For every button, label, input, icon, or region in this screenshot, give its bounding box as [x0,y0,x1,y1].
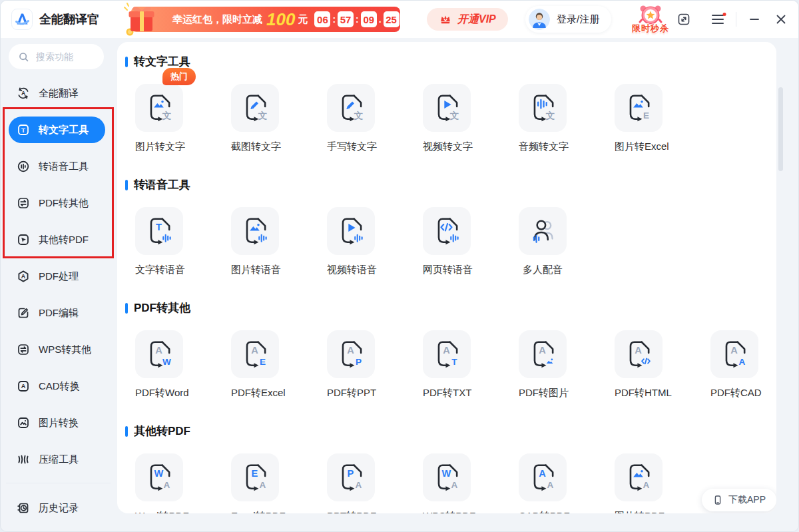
tool-item[interactable]: 文 截图转文字 [231,84,279,153]
tool-row: 文 图片转文字 文 截图转文字 文 手写转文字 文 视频转文字 [135,84,776,153]
tool-label: PDF转Excel [231,387,279,399]
close-button[interactable] [774,13,788,26]
tool-item[interactable]: A 图片转PDF [615,453,663,513]
search-input[interactable] [35,51,101,63]
tool-item[interactable]: 视频转语音 [327,207,375,276]
sidebar-item[interactable]: 历史记录 [9,495,105,521]
svg-text:T: T [156,222,162,232]
sidebar-item[interactable]: T 转文字工具 [9,117,105,143]
promo-banner[interactable]: 幸运红包，限时立减 100 元 06:57:09.25 [131,7,400,32]
svg-text:文: 文 [545,111,555,121]
tool-label: PDF转图片 [519,387,567,399]
tool-item[interactable]: 网页转语音 [423,207,471,276]
section-title: 转文字工具 [125,54,776,69]
tool-item[interactable]: A A PDF转CAD [710,330,758,399]
vip-button[interactable]: 开通VIP [427,8,508,31]
tool-item[interactable]: 多人配音 [519,207,567,276]
flash-sale-badge[interactable]: 限时秒杀 [624,4,677,35]
sidebar-item[interactable]: 转语音工具 [9,153,105,180]
sidebar-item-label: 历史记录 [39,502,79,515]
countdown-timer: 06:57:09.25 [314,11,399,27]
tool-label: 图片转PDF [615,510,663,513]
minimize-button[interactable] [748,13,761,26]
tool-item[interactable]: E A Excel转PDF [231,453,279,513]
tool-label: 网页转语音 [423,264,471,276]
tool-item[interactable]: A A CAD转PDF [519,453,567,513]
svg-text:A: A [443,345,450,356]
tool-item[interactable]: W A Word转PDF [135,453,183,513]
tool-section: 转语音工具 T 文字转语音 图片转语音 视频转语音 [135,177,776,276]
svg-text:E: E [643,111,649,121]
sidebar-item[interactable]: 压缩工具 [9,446,105,473]
sidebar-item[interactable]: A PDF处理 [9,263,105,290]
sidebar-item[interactable]: A CAD转换 [9,373,105,399]
banner-unit: 元 [298,13,308,26]
tool-label: PDF转TXT [423,387,471,399]
search-icon [18,51,29,63]
banner-text: 幸运红包，限时立减 [172,13,262,26]
sidebar-item-label: 全能翻译 [39,87,79,100]
svg-text:文: 文 [449,111,459,121]
sidebar-item[interactable]: 图片转换 [9,409,105,436]
tool-item[interactable]: E 图片转Excel [615,84,663,153]
tool-item[interactable]: A P PDF转PPT [327,330,375,399]
expand-icon[interactable] [677,13,690,26]
tool-item[interactable]: P A PPT转PDF [327,453,375,513]
section-title: PDF转其他 [125,300,776,316]
sidebar-item[interactable]: 其他转PDF [9,226,105,253]
tool-item[interactable]: 文 手写转文字 [327,84,375,153]
tool-item[interactable]: A W PDF转Word [135,330,183,399]
tool-item[interactable]: 文 音频转文字 [519,84,567,153]
tool-item[interactable]: A E PDF转Excel [231,330,279,399]
document-icon [336,216,366,246]
countdown-digit: 25 [384,11,400,27]
sidebar-item[interactable]: PDF编辑 [9,300,105,326]
pdf-process-icon: A [17,270,30,283]
svg-text:P: P [348,468,354,479]
phone-icon [712,495,723,505]
app-window: 全能翻译官 幸运红包，限时立减 100 元 06:57:09.25 [0,0,799,532]
download-app-button[interactable]: 下载APP [702,489,776,511]
tool-label: PDF转CAD [710,387,758,399]
tool-item[interactable]: W A WPS转PDF [423,453,471,513]
pdf-edit-icon [17,306,30,320]
svg-text:文: 文 [162,111,172,121]
tool-tile: A T [423,330,471,378]
countdown-digit: 57 [338,11,354,27]
tool-item[interactable]: 文 图片转文字 [135,84,183,153]
tool-item[interactable]: A PDF转HTML [615,330,663,399]
document-icon [240,216,270,246]
tool-tile: A E [231,330,279,378]
menu-icon[interactable] [710,12,726,27]
login-button[interactable]: 登录/注册 [525,6,611,33]
svg-text:文: 文 [258,111,268,121]
tool-label: Excel转PDF [231,510,279,513]
svg-text:T: T [21,127,25,134]
sidebar-item-label: 转语音工具 [39,160,89,173]
tool-tile [519,207,567,255]
svg-text:A: A [539,345,546,356]
svg-text:E: E [252,468,258,479]
sidebar-item-label: 其他转PDF [39,234,89,246]
tool-label: WPS转PDF [423,510,471,513]
tool-item[interactable]: T 文字转语音 [135,207,183,276]
document-icon [431,216,462,246]
search-box[interactable] [9,44,104,69]
tool-item[interactable]: A T PDF转TXT [423,330,471,399]
app-logo-icon [11,9,33,30]
document-icon: A [623,339,654,370]
document-icon: A T [431,339,462,370]
sidebar-item[interactable]: WPS转其他 [9,336,105,363]
sidebar-item[interactable]: PDF转其他 [9,190,105,216]
tool-item[interactable]: 图片转语音 [231,207,279,276]
sidebar-item[interactable]: A 全能翻译 [9,80,105,107]
scrollbar-thumb[interactable] [778,87,783,171]
svg-text:A: A [547,480,554,490]
sidebar-nav: A 全能翻译 T 转文字工具 转语音工具 PDF转其他 其他转PDF A PDF… [1,80,117,531]
tool-item[interactable]: 文 视频转文字 [423,84,471,153]
tool-label: 截图转文字 [231,140,279,153]
tool-item[interactable]: A PDF转图片 [519,330,567,399]
tool-tile: 文 [135,84,183,132]
flash-sale-label: 限时秒杀 [624,23,677,35]
sidebar-item-label: PDF处理 [39,270,79,283]
